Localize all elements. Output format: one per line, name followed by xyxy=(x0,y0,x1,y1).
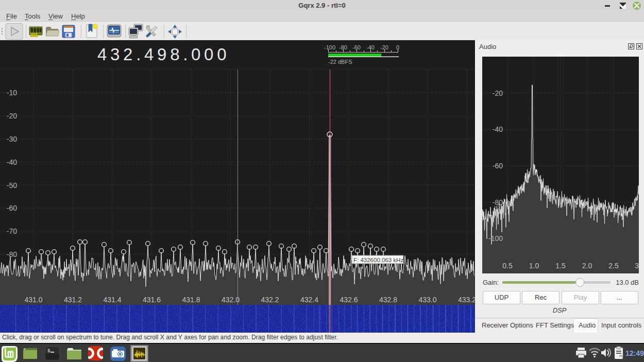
svg-text:-20: -20 xyxy=(493,89,503,97)
svg-text:432.6: 432.6 xyxy=(340,296,358,304)
svg-text:432.2: 432.2 xyxy=(261,296,279,304)
svg-text:431.6: 431.6 xyxy=(143,296,161,304)
svg-text:$: $ xyxy=(47,349,50,354)
svg-text:F: 432600.063 kHz: F: 432600.063 kHz xyxy=(353,257,403,263)
svg-text:-30: -30 xyxy=(7,135,17,143)
svg-text:-60: -60 xyxy=(493,162,503,170)
svg-text:-22 dBFS: -22 dBFS xyxy=(328,59,352,65)
svg-text:433.0: 433.0 xyxy=(418,296,436,304)
svg-text:-50: -50 xyxy=(7,181,17,189)
svg-text:2.0: 2.0 xyxy=(582,262,592,270)
svg-text:3.: 3. xyxy=(635,262,639,270)
svg-text:431.4: 431.4 xyxy=(103,296,121,304)
svg-text:-10: -10 xyxy=(7,89,17,97)
svg-text:-60: -60 xyxy=(7,204,17,212)
svg-text:-100: -100 xyxy=(488,234,503,243)
svg-text:-70: -70 xyxy=(7,227,17,235)
svg-text:433.2: 433.2 xyxy=(458,296,475,304)
svg-text:-40: -40 xyxy=(7,158,17,166)
svg-text:1.0: 1.0 xyxy=(529,262,539,270)
svg-text:432.8: 432.8 xyxy=(379,296,397,304)
svg-text:-20: -20 xyxy=(7,112,17,120)
svg-text:2.5: 2.5 xyxy=(608,262,619,270)
svg-text:432.0: 432.0 xyxy=(222,296,240,304)
svg-text:432.4: 432.4 xyxy=(300,296,318,304)
svg-text:431.2: 431.2 xyxy=(64,296,82,304)
svg-text:431.0: 431.0 xyxy=(24,296,42,304)
svg-text:431.8: 431.8 xyxy=(182,296,200,304)
svg-text:-80: -80 xyxy=(493,198,503,206)
svg-text:-80: -80 xyxy=(7,250,17,258)
svg-text:1.5: 1.5 xyxy=(555,262,566,270)
svg-text:0.5: 0.5 xyxy=(502,262,513,270)
svg-text:-100: -100 xyxy=(324,44,335,50)
svg-text:-40: -40 xyxy=(493,125,503,133)
